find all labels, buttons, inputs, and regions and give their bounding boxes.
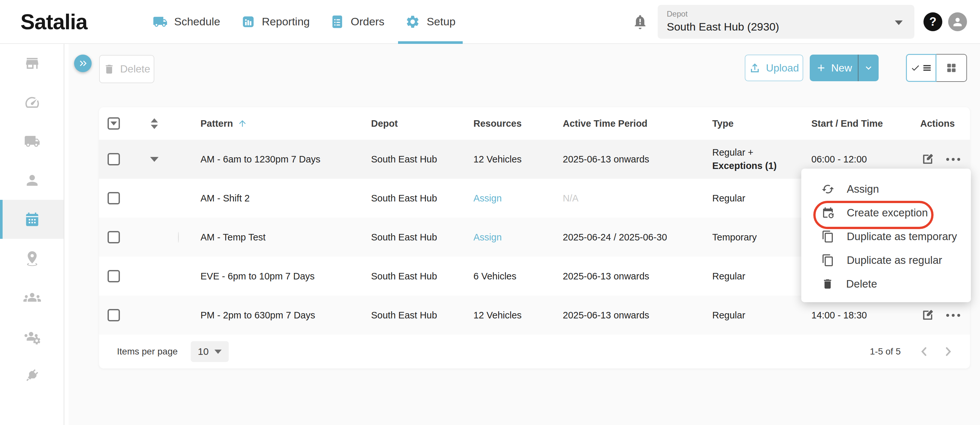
list-view-button[interactable] bbox=[906, 54, 937, 82]
depot-cell: South East Hub bbox=[367, 232, 469, 243]
user-avatar[interactable] bbox=[948, 12, 967, 31]
type-cell: Regular +Exceptions (1) bbox=[708, 146, 807, 172]
list-icon bbox=[922, 63, 932, 73]
help-button[interactable]: ? bbox=[923, 12, 942, 31]
sidebar-item-team-settings[interactable] bbox=[0, 317, 64, 356]
assign-link[interactable]: Assign bbox=[473, 232, 502, 242]
new-dropdown-button[interactable] bbox=[858, 54, 879, 81]
upload-button[interactable]: Upload bbox=[745, 54, 803, 81]
upload-button-label: Upload bbox=[766, 62, 799, 74]
sidebar-item-shift-patterns[interactable] bbox=[0, 200, 64, 239]
new-button[interactable]: New bbox=[810, 54, 858, 81]
sidebar-expand-button[interactable] bbox=[74, 54, 92, 72]
row-menu-button[interactable] bbox=[946, 158, 960, 161]
depot-selector[interactable]: Depot South East Hub (2930) bbox=[658, 5, 914, 39]
depot-selector-label: Depot bbox=[667, 10, 905, 19]
notification-bell-icon[interactable] bbox=[632, 13, 649, 30]
main-nav: Schedule Reporting Orders Setup bbox=[142, 0, 466, 43]
app-logo: Satalia bbox=[21, 10, 128, 34]
items-per-page-value: 10 bbox=[198, 346, 208, 357]
edit-icon[interactable] bbox=[921, 308, 934, 322]
header-depot: Depot bbox=[367, 118, 469, 129]
double-chevron-right-icon bbox=[77, 58, 88, 69]
time-cell: 14:00 - 18:30 bbox=[807, 310, 916, 321]
sidebar-item-dashboard[interactable] bbox=[0, 83, 64, 122]
tab-reporting-label: Reporting bbox=[262, 15, 310, 28]
grid-view-button[interactable] bbox=[937, 54, 967, 82]
assign-link[interactable]: Assign bbox=[473, 193, 502, 204]
resources-cell: 12 Vehicles bbox=[469, 154, 559, 165]
type-cell: Temporary bbox=[708, 232, 807, 243]
header-active-time-period: Active Time Period bbox=[559, 118, 708, 129]
period-cell: 2025-06-13 onwards bbox=[559, 271, 708, 282]
menu-item-duplicate-temporary[interactable]: Duplicate as temporary bbox=[801, 224, 971, 248]
pattern-cell: EVE - 6pm to 10pm 7 Days bbox=[197, 271, 367, 282]
left-sidebar bbox=[0, 44, 68, 425]
tab-orders-label: Orders bbox=[351, 15, 384, 28]
copy-icon bbox=[821, 254, 834, 267]
items-per-page-label: Items per page bbox=[117, 346, 178, 357]
row-checkbox[interactable] bbox=[108, 153, 120, 166]
tab-schedule[interactable]: Schedule bbox=[142, 0, 231, 43]
depot-selector-value: South East Hub (2930) bbox=[667, 21, 905, 33]
top-bar: Satalia Schedule Reporting Orders Setup bbox=[0, 0, 980, 44]
row-checkbox[interactable] bbox=[108, 309, 120, 322]
menu-item-delete[interactable]: Delete bbox=[801, 272, 971, 296]
gear-icon bbox=[405, 14, 420, 29]
menu-item-assign[interactable]: Assign bbox=[801, 177, 971, 201]
chevron-down-icon bbox=[863, 62, 874, 73]
header-pattern[interactable]: Pattern bbox=[197, 118, 367, 129]
tab-orders[interactable]: Orders bbox=[320, 0, 395, 43]
delete-button[interactable]: Delete bbox=[99, 55, 154, 83]
tab-setup-label: Setup bbox=[426, 15, 455, 28]
items-per-page-select[interactable]: 10 bbox=[191, 341, 229, 362]
trash-icon bbox=[821, 278, 834, 290]
sidebar-item-vehicles[interactable] bbox=[0, 122, 64, 161]
tab-reporting[interactable]: Reporting bbox=[231, 0, 320, 43]
chevron-right-icon[interactable] bbox=[941, 344, 955, 359]
calendar-exception-icon bbox=[821, 206, 834, 219]
groups-icon bbox=[23, 288, 41, 306]
row-checkbox[interactable] bbox=[108, 192, 120, 204]
truck-icon bbox=[24, 133, 40, 150]
person-icon bbox=[24, 172, 40, 188]
row-checkbox[interactable] bbox=[108, 270, 120, 282]
arrow-up-icon bbox=[237, 119, 247, 128]
header-resources: Resources bbox=[469, 118, 559, 129]
table-footer: Items per page 10 1-5 of 5 bbox=[99, 335, 970, 368]
chevron-left-icon[interactable] bbox=[917, 344, 931, 359]
menu-item-label: Duplicate as regular bbox=[847, 254, 942, 266]
pattern-cell: AM - 6am to 1230pm 7 Days bbox=[197, 154, 367, 165]
tab-schedule-label: Schedule bbox=[174, 15, 220, 28]
bar-chart-icon bbox=[241, 14, 255, 29]
header-type: Type bbox=[708, 118, 807, 129]
header-start-end-time: Start / End Time bbox=[807, 118, 916, 129]
menu-item-create-exception[interactable]: Create exception bbox=[801, 201, 971, 224]
person-icon bbox=[951, 15, 964, 28]
sidebar-item-depots[interactable] bbox=[0, 44, 64, 83]
store-icon bbox=[24, 55, 40, 72]
sidebar-item-locations[interactable] bbox=[0, 239, 64, 278]
sidebar-item-integrations[interactable] bbox=[0, 356, 64, 395]
trash-icon bbox=[103, 64, 115, 75]
row-checkbox[interactable] bbox=[108, 231, 120, 244]
tab-setup[interactable]: Setup bbox=[395, 0, 466, 43]
menu-item-duplicate-regular[interactable]: Duplicate as regular bbox=[801, 248, 971, 272]
pattern-cell: AM - Shift 2 bbox=[197, 193, 367, 204]
location-pin-icon bbox=[24, 250, 40, 266]
new-button-label: New bbox=[831, 62, 852, 74]
plus-icon bbox=[816, 62, 827, 73]
actions-cell bbox=[916, 308, 970, 322]
sidebar-item-drivers[interactable] bbox=[0, 161, 64, 200]
table-header-row: Pattern Depot Resources Active Time Peri… bbox=[99, 107, 970, 140]
sort-control[interactable] bbox=[137, 118, 172, 129]
menu-item-label: Delete bbox=[846, 278, 877, 290]
period-cell: N/A bbox=[559, 193, 708, 204]
triangle-down-icon bbox=[150, 157, 159, 162]
row-menu-button[interactable] bbox=[946, 314, 960, 317]
edit-icon[interactable] bbox=[921, 153, 934, 166]
view-toggle bbox=[906, 54, 967, 82]
select-all-checkbox[interactable] bbox=[108, 117, 120, 130]
row-expander[interactable] bbox=[137, 157, 172, 162]
sidebar-item-teams[interactable] bbox=[0, 278, 64, 317]
